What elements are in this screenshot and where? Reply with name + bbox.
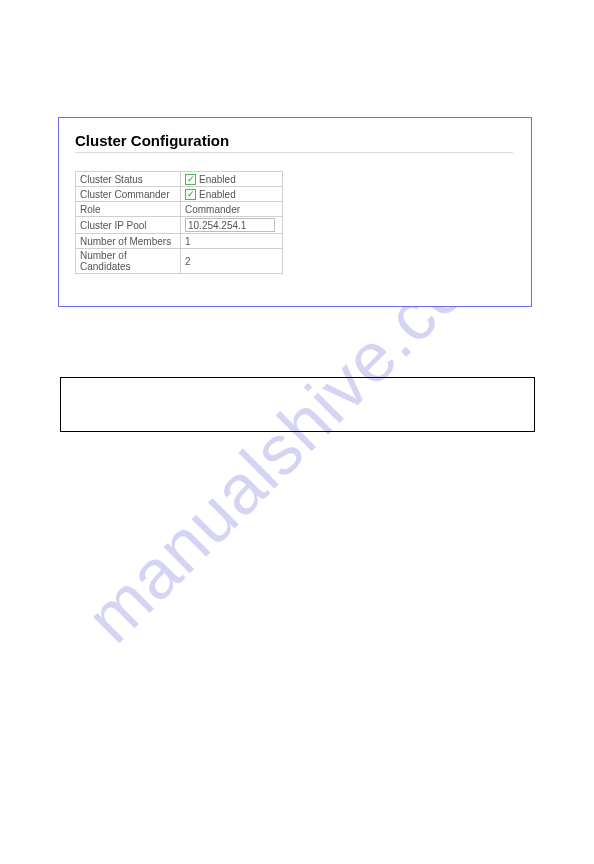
- label-cluster-commander: Cluster Commander: [76, 187, 181, 202]
- value-role: Commander: [181, 202, 283, 217]
- row-ip-pool: Cluster IP Pool: [76, 217, 283, 234]
- check-icon: ✓: [185, 174, 196, 185]
- row-num-members: Number of Members 1: [76, 234, 283, 249]
- label-num-members: Number of Members: [76, 234, 181, 249]
- row-cluster-status: Cluster Status ✓ Enabled: [76, 172, 283, 187]
- label-num-candidates: Number of Candidates: [76, 249, 181, 274]
- label-role: Role: [76, 202, 181, 217]
- empty-box: [60, 377, 535, 432]
- input-ip-pool[interactable]: [185, 218, 275, 232]
- value-num-candidates: 2: [181, 249, 283, 274]
- checkbox-cluster-commander[interactable]: ✓ Enabled: [185, 189, 236, 200]
- checkbox-cluster-status[interactable]: ✓ Enabled: [185, 174, 236, 185]
- check-icon: ✓: [185, 189, 196, 200]
- panel-title: Cluster Configuration: [75, 132, 513, 149]
- title-rule: [75, 152, 513, 153]
- enabled-text: Enabled: [199, 174, 236, 185]
- config-table: Cluster Status ✓ Enabled Cluster Command…: [75, 171, 283, 274]
- label-ip-pool: Cluster IP Pool: [76, 217, 181, 234]
- row-role: Role Commander: [76, 202, 283, 217]
- value-num-members: 1: [181, 234, 283, 249]
- label-cluster-status: Cluster Status: [76, 172, 181, 187]
- config-panel: Cluster Configuration Cluster Status ✓ E…: [58, 117, 532, 307]
- enabled-text: Enabled: [199, 189, 236, 200]
- row-num-candidates: Number of Candidates 2: [76, 249, 283, 274]
- row-cluster-commander: Cluster Commander ✓ Enabled: [76, 187, 283, 202]
